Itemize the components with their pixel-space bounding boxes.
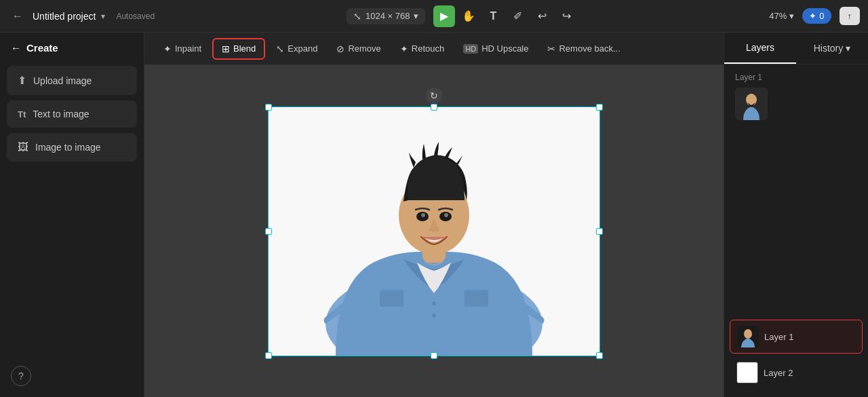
text-to-image-icon: Tt: [18, 109, 26, 119]
create-back-icon: ←: [11, 42, 21, 54]
canvas-area: ✦ Inpaint ⊞ Blend ⤡ Expand ⊘ Remove ✦ Re…: [144, 33, 724, 397]
hand-tool-button[interactable]: ✋: [458, 5, 479, 27]
inpaint-label: Inpaint: [175, 43, 201, 54]
resize-icon: ⤡: [353, 11, 361, 22]
topbar-center: ⤡ 1024 × 768 ▾ ▶ ✋ T ✐ ↩ ↪: [155, 5, 769, 27]
expand-button[interactable]: ⤡ Expand: [268, 39, 326, 58]
blend-button[interactable]: ⊞ Blend: [212, 38, 265, 60]
sidebar-item-upload[interactable]: ⬆ Upload image: [7, 66, 137, 95]
remove-label: Remove: [348, 43, 380, 54]
remove-bg-label: Remove back...: [559, 43, 620, 54]
svg-rect-12: [465, 290, 488, 307]
autosaved-label: Autosaved: [116, 12, 155, 21]
canvas-content[interactable]: ↻: [144, 65, 724, 397]
layer2-thumbnail: [736, 362, 758, 383]
upscale-icon: HD: [463, 44, 478, 54]
credits-button[interactable]: ✦ 0: [802, 8, 831, 24]
layer-item-1[interactable]: Layer 1: [730, 320, 863, 354]
zoom-button[interactable]: 47% ▾: [769, 11, 794, 21]
back-button[interactable]: ←: [8, 7, 27, 26]
layer1-thumb-svg: [737, 326, 759, 347]
project-title-chevron-icon[interactable]: ▾: [101, 12, 105, 21]
help-icon: ?: [18, 371, 24, 381]
svg-point-7: [421, 213, 425, 217]
canvas-svg: [268, 107, 600, 356]
svg-point-16: [744, 329, 752, 339]
svg-point-10: [432, 314, 436, 318]
export-button[interactable]: ↑: [840, 7, 861, 25]
sidebar-item-image-to-image[interactable]: 🖼 Image to image: [7, 133, 137, 162]
select-tool-button[interactable]: ▶: [433, 5, 455, 27]
export-icon: ↑: [848, 11, 852, 21]
canvas-size-label: 1024 × 768: [366, 11, 410, 21]
create-header[interactable]: ← Create: [0, 33, 144, 63]
layer1-preview-svg: [735, 88, 768, 120]
main-layout: ← Create ⬆ Upload image Tt Text to image…: [0, 33, 868, 397]
layer2-thumb-svg: [737, 362, 758, 383]
svg-point-14: [746, 94, 757, 106]
help-button[interactable]: ?: [11, 366, 31, 386]
svg-rect-17: [737, 362, 758, 383]
image-to-image-label: Image to image: [35, 142, 101, 153]
remove-bg-button[interactable]: ✂ Remove back...: [539, 39, 628, 58]
layer-preview-top: Layer 1: [724, 64, 868, 128]
remove-icon: ⊘: [336, 43, 344, 54]
blend-icon: ⊞: [222, 43, 230, 54]
remove-button[interactable]: ⊘ Remove: [328, 39, 389, 58]
svg-point-9: [432, 301, 436, 305]
topbar: ← Untitled project ▾ Autosaved ⤡ 1024 × …: [0, 0, 868, 33]
refresh-button[interactable]: ↻: [426, 88, 442, 104]
canvas-image: [268, 107, 600, 356]
layer1-name: Layer 1: [764, 332, 793, 342]
upload-label: Upload image: [33, 75, 92, 86]
zoom-chevron-icon: ▾: [789, 11, 794, 21]
upscale-label: HD Upscale: [481, 43, 528, 54]
tab-history[interactable]: History ▾: [796, 33, 868, 63]
expand-label: Expand: [288, 43, 317, 54]
retouch-button[interactable]: ✦ Retouch: [392, 39, 452, 58]
topbar-left: ← Untitled project ▾ Autosaved: [8, 7, 155, 26]
text-to-image-label: Text to image: [33, 109, 89, 119]
undo-button[interactable]: ↩: [531, 5, 553, 27]
topbar-right: 47% ▾ ✦ 0 ↑: [769, 7, 860, 25]
remove-bg-icon: ✂: [547, 43, 555, 54]
text-tool-button[interactable]: T: [482, 5, 504, 27]
refresh-icon: ↻: [430, 90, 438, 101]
layer1-top-label: Layer 1: [735, 73, 857, 82]
help-section: ?: [0, 355, 144, 397]
layer2-name: Layer 2: [764, 368, 793, 378]
credits-count: 0: [819, 11, 824, 21]
project-title[interactable]: Untitled project: [33, 11, 96, 22]
layers-list: Layer 1 Layer 2: [724, 314, 868, 397]
inpaint-icon: ✦: [163, 43, 172, 54]
svg-point-8: [444, 213, 448, 217]
canvas-toolbar: ✦ Inpaint ⊞ Blend ⤡ Expand ⊘ Remove ✦ Re…: [144, 33, 724, 65]
left-sidebar: ← Create ⬆ Upload image Tt Text to image…: [0, 33, 144, 397]
expand-icon: ⤡: [276, 43, 284, 54]
sidebar-item-text-to-image[interactable]: Tt Text to image: [7, 100, 137, 128]
tool-group: ▶ ✋ T ✐ ↩ ↪: [433, 5, 577, 27]
tab-layers[interactable]: Layers: [724, 33, 796, 64]
right-sidebar-header: Layers History ▾: [724, 33, 868, 64]
zoom-level-label: 47%: [769, 11, 787, 21]
layer-item-2[interactable]: Layer 2: [730, 356, 863, 389]
history-chevron-icon: ▾: [846, 43, 850, 54]
layer1-thumb-large: [735, 88, 768, 120]
canvas-size-chevron-icon: ▾: [414, 11, 418, 21]
retouch-icon: ✦: [400, 43, 408, 54]
image-to-image-icon: 🖼: [18, 141, 28, 153]
layers-tab-label: Layers: [746, 42, 774, 53]
right-sidebar: Layers History ▾ Layer 1: [724, 33, 868, 397]
history-tab-label: History: [814, 43, 844, 54]
create-label: Create: [26, 42, 58, 54]
back-arrow-icon: ←: [12, 10, 23, 22]
redo-button[interactable]: ↪: [555, 5, 577, 27]
upload-icon: ⬆: [18, 74, 26, 87]
inpaint-button[interactable]: ✦ Inpaint: [155, 39, 210, 58]
layer1-thumbnail: [737, 326, 759, 347]
credits-star-icon: ✦: [809, 11, 816, 21]
retouch-label: Retouch: [412, 43, 444, 54]
upscale-button[interactable]: HD HD Upscale: [455, 39, 536, 58]
pen-tool-button[interactable]: ✐: [507, 5, 528, 27]
canvas-size-button[interactable]: ⤡ 1024 × 768 ▾: [347, 8, 425, 24]
